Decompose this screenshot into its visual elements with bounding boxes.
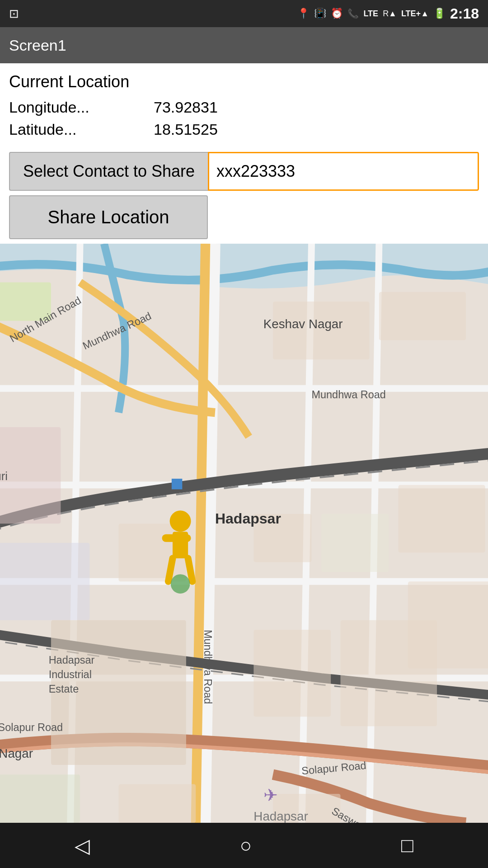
svg-text:Hadapsar: Hadapsar (215, 510, 281, 527)
location-section: Current Location Longitude... 73.92831 L… (0, 63, 488, 143)
battery-icon: 🔋 (433, 8, 446, 19)
svg-text:Hadapsar: Hadapsar (49, 654, 95, 666)
status-bar: ⊡ 📍 📳 ⏰ 📞 LTE R▲ LTE+▲ 🔋 2:18 (0, 0, 488, 27)
content-area: Current Location Longitude... 73.92831 L… (0, 63, 488, 823)
svg-rect-13 (0, 427, 61, 524)
nav-bar: ◁ ○ □ (0, 823, 488, 868)
share-row: Share Location (0, 195, 488, 244)
svg-text:puri: puri (0, 470, 8, 482)
svg-text:Solapur Road: Solapur Road (0, 722, 63, 733)
back-button[interactable]: ◁ (61, 830, 103, 862)
svg-rect-20 (253, 630, 331, 717)
map-svg: North Main Road Mundhwa Road Keshav Naga… (0, 244, 488, 823)
map-container: North Main Road Mundhwa Road Keshav Naga… (0, 244, 488, 823)
longitude-row: Longitude... 73.92831 (9, 99, 479, 116)
lte-plus-badge: LTE+▲ (401, 9, 429, 19)
app-title: Screen1 (9, 37, 66, 54)
latitude-label: Latitude... (9, 121, 154, 138)
svg-text:Estate: Estate (49, 683, 79, 695)
select-contact-button[interactable]: Select Contact to Share (9, 152, 208, 191)
title-bar: Screen1 (0, 27, 488, 63)
svg-rect-26 (172, 479, 182, 489)
latitude-row: Latitude... 18.51525 (9, 121, 479, 138)
longitude-value: 73.92831 (154, 99, 218, 116)
screenshot-icon: ⊡ (9, 7, 19, 21)
svg-text:Mundhwa Road: Mundhwa Road (311, 389, 385, 401)
status-time: 2:18 (450, 5, 479, 22)
svg-line-30 (168, 558, 173, 581)
phone-number-input[interactable] (208, 152, 479, 191)
alarm-icon: ⏰ (331, 8, 343, 19)
current-location-label: Current Location (9, 72, 479, 91)
lte-badge: LTE (363, 9, 378, 19)
svg-rect-24 (118, 784, 196, 823)
svg-text:Mundhwa Road: Mundhwa Road (202, 630, 214, 704)
svg-text:Hadapsar: Hadapsar (253, 809, 308, 823)
svg-text:a Nagar: a Nagar (0, 746, 33, 760)
longitude-label: Longitude... (9, 99, 154, 116)
svg-text:✈: ✈ (263, 785, 278, 805)
svg-rect-12 (379, 292, 466, 340)
latitude-value: 18.51525 (154, 121, 218, 138)
svg-rect-17 (321, 514, 389, 572)
svg-rect-23 (0, 774, 80, 823)
status-icons: 📍 📳 ⏰ 📞 LTE R▲ LTE+▲ 🔋 2:18 (297, 5, 479, 22)
action-row: Select Contact to Share (0, 143, 488, 195)
svg-point-27 (170, 510, 191, 532)
share-location-button[interactable]: Share Location (9, 195, 208, 239)
svg-text:Keshav Nagar: Keshav Nagar (263, 317, 343, 331)
home-button[interactable]: ○ (226, 830, 265, 861)
svg-rect-22 (408, 581, 488, 668)
call-icon: 📞 (347, 8, 359, 19)
svg-line-31 (188, 558, 192, 581)
signal-r: R▲ (383, 9, 397, 19)
recents-button[interactable]: □ (388, 830, 427, 861)
svg-rect-18 (399, 485, 485, 552)
svg-point-32 (171, 574, 190, 594)
svg-text:Industrial: Industrial (49, 669, 92, 680)
svg-rect-14 (0, 543, 89, 620)
location-icon: 📍 (297, 8, 310, 19)
status-bar-left-icons: ⊡ (9, 7, 19, 21)
vibrate-icon: 📳 (314, 8, 326, 19)
